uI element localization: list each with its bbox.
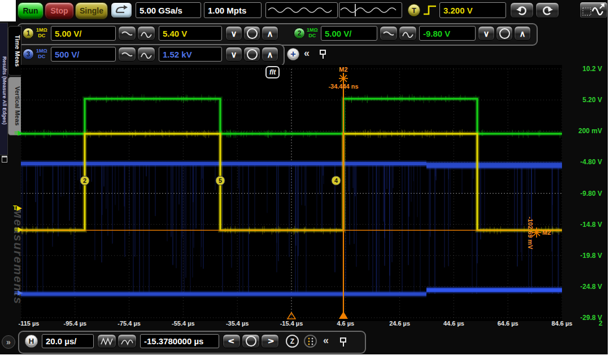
channel-3-badge[interactable]: 3 <box>23 49 34 60</box>
chevron-down-icon: ∨ <box>483 29 490 38</box>
channel-2-offset-up-button[interactable]: ∧ <box>514 26 531 41</box>
knob-circle-icon <box>247 49 258 60</box>
channel-3-fine-scale-down-button[interactable] <box>118 47 136 62</box>
zone-waveform-icon <box>581 3 606 17</box>
waveform-graticule[interactable]: M2-34.444 nsM2-102.69 mV254 <box>21 65 562 321</box>
channel-3-offset-down-button[interactable]: ∨ <box>225 47 242 62</box>
add-channel-button[interactable]: + <box>287 48 299 60</box>
channel-3-fine-scale-up-button[interactable] <box>137 47 155 62</box>
channel-1-ground-marker[interactable]: ≡▶ <box>14 226 23 233</box>
horizontal-delay[interactable]: -15.3780000 µs <box>140 334 219 348</box>
timebase-zoom-in-button[interactable] <box>97 334 116 348</box>
expand-sidebar-button[interactable]: » <box>2 335 15 349</box>
channel-3-scale[interactable]: 500 V/ <box>51 47 116 62</box>
impedance-label: 1MΩ <box>307 27 318 33</box>
channel-1-scale[interactable]: 5.00 V/ <box>51 26 116 41</box>
zone-touch-trigger-button[interactable] <box>580 2 608 19</box>
trigger-level-display[interactable]: 3.200 V <box>439 2 506 18</box>
collapse-hpanel-button[interactable]: « <box>323 335 329 347</box>
filter-badge[interactable]: flt <box>265 66 280 78</box>
redo-button[interactable] <box>535 2 559 18</box>
timebase-scale[interactable]: 20.0 µs/ <box>42 334 94 348</box>
marker-label: M2 <box>542 229 551 236</box>
run-button[interactable]: Run <box>18 2 43 19</box>
chevron-down-icon: ∨ <box>231 29 237 38</box>
results-strip[interactable]: Results (Measure All Edges) <box>0 23 8 155</box>
x-axis-label: -75.4 µs <box>111 320 148 327</box>
trigger-level-marker[interactable]: T▶ <box>13 204 21 212</box>
channel-2-offset-down-button[interactable]: ∨ <box>478 26 495 41</box>
pin-icon <box>320 50 326 55</box>
tab-vertical-meas[interactable]: Vertical Meas <box>8 77 21 135</box>
channel-3-ground-marker[interactable]: ≡▶ <box>14 289 23 296</box>
zoom-mode-button[interactable]: Z <box>286 335 299 348</box>
timebase-zoom-out-button[interactable] <box>117 334 137 348</box>
edge-number-label: 5 <box>219 177 222 184</box>
channel-2-coupling[interactable]: 1MΩ DC <box>307 27 318 38</box>
knob-circle-icon <box>247 28 258 39</box>
marker-label: -34.444 ns <box>328 83 358 90</box>
delay-right-button[interactable]: ∨ <box>261 334 279 348</box>
trigger-source-badge[interactable]: T <box>408 4 420 16</box>
channel-2-fine-scale-down-button[interactable] <box>380 26 398 41</box>
channel-1-offset-down-button[interactable]: ∨ <box>225 26 242 41</box>
channel-3-offset-up-button[interactable]: ∧ <box>262 47 278 62</box>
acquisition-preview-right[interactable] <box>339 2 402 18</box>
coupling-label: DC <box>38 54 45 59</box>
horizontal-badge[interactable]: H <box>25 335 38 348</box>
sample-rate-display: 5.00 GSa/s <box>136 2 201 18</box>
y-axis-label: 200 mV <box>565 127 602 135</box>
x-axis-label: -95.4 µs <box>56 320 94 327</box>
y-axis-label: 5.20 V <box>565 96 602 104</box>
axis-channel-indicator: 2 <box>599 319 603 327</box>
channel-1-fine-scale-down-button[interactable] <box>118 26 136 41</box>
delay-left-button[interactable]: ∨ <box>223 334 241 348</box>
channel-2-ground-marker[interactable]: ≡▶ <box>14 129 23 137</box>
channel-1-offset-knob-button[interactable] <box>243 26 260 41</box>
channel-2-scale[interactable]: 5.00 V/ <box>321 26 377 41</box>
channel-1-fine-scale-up-button[interactable] <box>137 26 155 41</box>
channel-2-offset-knob-button[interactable] <box>496 26 513 41</box>
pin-icon <box>340 337 346 343</box>
channel-1-coupling[interactable]: 1MΩ DC <box>36 27 47 38</box>
delay-knob-button[interactable] <box>242 334 260 348</box>
channel-1-badge[interactable]: 1 <box>23 28 34 39</box>
chevron-down-icon: ∨ <box>231 50 237 59</box>
pin-panel-button[interactable] <box>320 50 326 55</box>
touch-run-icon-button[interactable] <box>111 2 132 18</box>
channel-3-coupling[interactable]: 1MΩ DC <box>36 48 47 59</box>
x-axis-label: -115 µs <box>10 320 47 327</box>
chevron-up-icon: ∧ <box>267 29 273 38</box>
channel-3-offset-knob-button[interactable] <box>243 47 260 62</box>
results-window-icon <box>2 156 7 163</box>
x-axis-label: -15.4 µs <box>273 320 310 327</box>
channel-1-offset[interactable]: 5.40 V <box>159 26 222 41</box>
undo-button[interactable] <box>510 2 534 18</box>
y-axis-label: -9.80 V <box>565 190 602 198</box>
channel-2-offset[interactable]: -9.80 V <box>419 26 476 41</box>
single-button[interactable]: Single <box>75 2 108 19</box>
curved-arrow-icon <box>115 5 128 15</box>
channel-2-fine-scale-up-button[interactable] <box>399 26 417 41</box>
chevron-up-icon: ∧ <box>520 29 526 38</box>
collapse-panel-button[interactable]: « <box>304 47 310 59</box>
x-axis-label: -35.4 µs <box>219 320 256 327</box>
navigate-button[interactable] <box>304 335 317 348</box>
impedance-label: 1MΩ <box>36 48 47 54</box>
marker-label: M2 <box>339 66 347 73</box>
tab-time-meas[interactable]: Time Meas <box>8 26 21 76</box>
pin-hpanel-button[interactable] <box>340 337 346 343</box>
marker-position-triangle <box>339 312 348 319</box>
y-axis-label: -4.80 V <box>565 158 602 166</box>
x-axis-label: -55.4 µs <box>164 320 202 327</box>
channel-2-badge[interactable]: 2 <box>294 28 305 39</box>
acquisition-preview-left[interactable] <box>265 2 338 18</box>
channel-3-offset[interactable]: 1.52 kV <box>159 47 222 62</box>
knob-circle-icon <box>499 28 510 39</box>
y-axis-label: -14.8 V <box>565 221 602 229</box>
channel-1-offset-up-button[interactable]: ∧ <box>262 26 278 41</box>
chevron-up-icon: ∧ <box>267 50 273 59</box>
undo-icon <box>516 5 528 15</box>
stop-button[interactable]: Stop <box>45 2 74 19</box>
rising-edge-icon[interactable] <box>422 4 437 19</box>
